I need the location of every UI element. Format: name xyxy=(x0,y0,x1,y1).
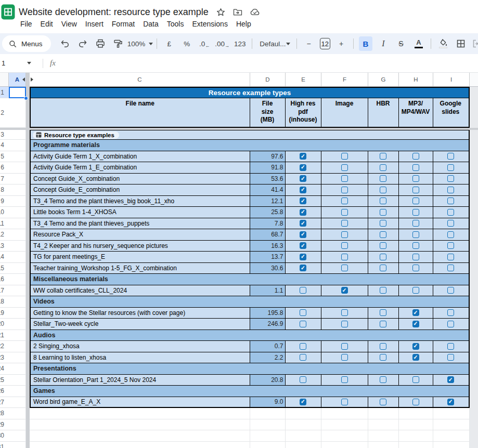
column-header-g[interactable]: G xyxy=(368,73,399,86)
checkbox-unchecked[interactable] xyxy=(341,209,348,216)
file-name-cell[interactable]: 2 Singing_xhosa xyxy=(31,341,250,352)
checkbox-unchecked[interactable] xyxy=(341,343,348,350)
column-header-h[interactable]: H xyxy=(399,73,433,86)
cell-a27[interactable] xyxy=(9,397,26,409)
checkbox-cell[interactable] xyxy=(321,263,368,274)
checkbox-unchecked[interactable] xyxy=(341,231,348,238)
row-header[interactable]: 6 xyxy=(0,162,9,174)
checkbox-unchecked[interactable] xyxy=(300,376,306,383)
section-row[interactable]: Presentations xyxy=(30,363,470,375)
hidden-column-arrow-left-icon[interactable] xyxy=(22,77,25,82)
checkbox-unchecked[interactable] xyxy=(380,343,386,350)
menu-help[interactable]: Help xyxy=(232,18,255,30)
empty-cell[interactable] xyxy=(30,442,250,448)
checkbox-cell[interactable] xyxy=(399,241,433,252)
section-row[interactable]: Videos xyxy=(30,296,470,308)
font-size-input[interactable]: 12 xyxy=(320,38,330,49)
frozen-rows-divider[interactable] xyxy=(0,128,478,130)
checkbox-unchecked[interactable] xyxy=(300,287,306,294)
menu-format[interactable]: Format xyxy=(108,18,139,30)
checkbox-unchecked[interactable] xyxy=(447,231,454,238)
checkbox-unchecked[interactable] xyxy=(447,343,454,350)
italic-button[interactable]: I xyxy=(377,36,390,51)
checkbox-unchecked[interactable] xyxy=(447,197,454,204)
file-name-cell[interactable]: Concept Guide_E_combination xyxy=(31,185,250,195)
fill-color-button[interactable] xyxy=(436,36,450,51)
checkbox-cell[interactable] xyxy=(368,397,399,407)
checkbox-cell[interactable] xyxy=(433,196,469,207)
name-box-chevron-icon[interactable] xyxy=(27,62,31,64)
row-header[interactable]: 1 xyxy=(0,87,9,98)
checkbox-checked[interactable] xyxy=(300,231,306,238)
checkbox-unchecked[interactable] xyxy=(380,265,386,271)
row-header[interactable]: 31 xyxy=(0,442,9,448)
row-header[interactable]: 24 xyxy=(0,363,9,375)
empty-cell[interactable] xyxy=(286,419,321,430)
checkbox-cell[interactable] xyxy=(321,308,368,319)
cell-a2[interactable] xyxy=(9,98,26,128)
fill-handle[interactable] xyxy=(24,96,28,100)
checkbox-cell[interactable] xyxy=(368,174,399,185)
checkbox-cell[interactable] xyxy=(368,241,399,252)
currency-format-button[interactable]: £ xyxy=(162,36,176,51)
checkbox-cell[interactable] xyxy=(433,229,469,240)
checkbox-cell[interactable] xyxy=(399,196,433,207)
empty-cell[interactable] xyxy=(399,430,433,441)
checkbox-cell[interactable] xyxy=(321,352,368,363)
checkbox-cell[interactable] xyxy=(321,252,368,262)
increase-font-size-button[interactable]: + xyxy=(334,36,348,51)
file-name-cell[interactable]: Word bird game_E_A_X xyxy=(31,397,250,407)
file-size-cell[interactable]: 13.7 xyxy=(250,252,286,262)
checkbox-unchecked[interactable] xyxy=(380,197,386,204)
checkbox-unchecked[interactable] xyxy=(341,197,348,204)
percent-format-button[interactable]: % xyxy=(180,36,193,51)
file-size-cell[interactable]: 7.8 xyxy=(250,218,286,229)
checkbox-cell[interactable] xyxy=(368,218,399,229)
row-header[interactable]: 11 xyxy=(0,218,9,230)
table-column-header[interactable]: MP3/ MP4/WAV xyxy=(399,98,433,127)
checkbox-cell[interactable] xyxy=(368,196,399,207)
checkbox-unchecked[interactable] xyxy=(412,287,419,294)
row-header[interactable]: 3 xyxy=(0,130,9,140)
empty-cell[interactable] xyxy=(321,430,368,441)
row-header[interactable]: 19 xyxy=(0,308,9,319)
checkbox-unchecked[interactable] xyxy=(341,265,348,271)
cell-a8[interactable] xyxy=(9,185,26,196)
print-icon[interactable] xyxy=(94,36,107,51)
checkbox-unchecked[interactable] xyxy=(412,399,419,405)
checkbox-unchecked[interactable] xyxy=(447,254,454,260)
checkbox-cell[interactable] xyxy=(368,308,399,319)
table-column-header[interactable]: HBR xyxy=(368,98,399,127)
row-header[interactable]: 4 xyxy=(0,140,9,151)
name-box[interactable]: 1 xyxy=(0,59,27,67)
file-size-cell[interactable]: 68.7 xyxy=(250,229,286,240)
checkbox-cell[interactable] xyxy=(286,285,321,296)
checkbox-cell[interactable] xyxy=(286,162,321,173)
row-header[interactable]: 10 xyxy=(0,207,9,218)
checkbox-cell[interactable] xyxy=(399,207,433,218)
cell-a6[interactable] xyxy=(9,162,26,174)
file-size-cell[interactable]: 246.9 xyxy=(250,319,286,330)
empty-cell[interactable] xyxy=(368,419,399,430)
cell-a31[interactable] xyxy=(9,442,26,448)
checkbox-cell[interactable] xyxy=(286,341,321,352)
checkbox-unchecked[interactable] xyxy=(447,287,454,294)
file-size-cell[interactable]: 25.8 xyxy=(250,207,286,218)
file-name-cell[interactable]: Resource Pack_X xyxy=(31,229,250,240)
checkbox-unchecked[interactable] xyxy=(447,175,454,182)
checkbox-unchecked[interactable] xyxy=(341,242,348,249)
file-name-cell[interactable]: WW collab certificates_CLL_2024 xyxy=(31,285,250,296)
cell-a18[interactable] xyxy=(9,296,26,308)
checkbox-unchecked[interactable] xyxy=(380,187,386,193)
checkbox-unchecked[interactable] xyxy=(300,354,306,361)
row-header[interactable]: 7 xyxy=(0,174,9,185)
file-name-cell[interactable]: T3_4 Temo and the plant thieves_puppets xyxy=(31,218,250,229)
empty-cell[interactable] xyxy=(30,408,250,419)
checkbox-cell[interactable] xyxy=(399,218,433,229)
menu-tools[interactable]: Tools xyxy=(163,18,188,30)
checkbox-unchecked[interactable] xyxy=(412,220,419,227)
checkbox-cell[interactable] xyxy=(399,185,433,195)
checkbox-unchecked[interactable] xyxy=(341,309,348,316)
cell-a4[interactable] xyxy=(9,140,26,151)
cell-a14[interactable] xyxy=(9,252,26,263)
